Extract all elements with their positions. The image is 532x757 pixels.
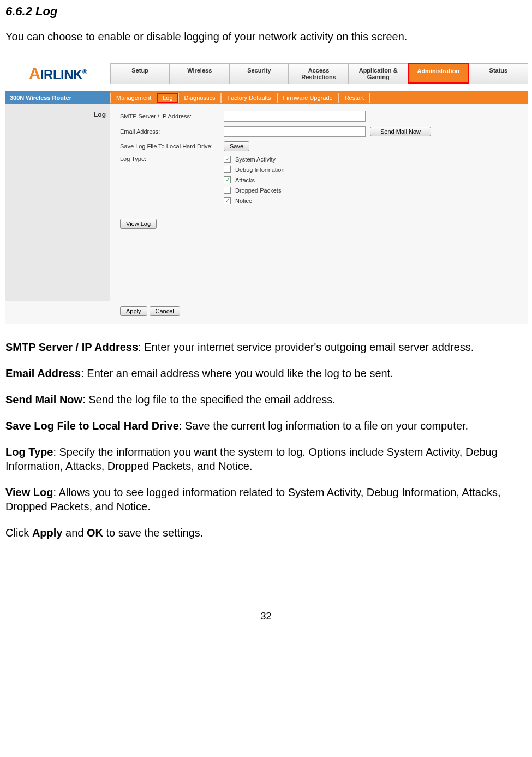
checkbox-attacks[interactable]: ✓ [224, 176, 231, 183]
apply-term: Apply [32, 527, 63, 539]
apply-button[interactable]: Apply [120, 306, 147, 316]
opt-debug-information: Debug Information [224, 166, 285, 173]
form-area: SMTP Server / IP Address: Email Address:… [110, 104, 528, 301]
desc-smtp: SMTP Server / IP Address: Enter your int… [5, 340, 527, 354]
desc-view-log: View Log: Allows you to see logged infor… [5, 485, 527, 514]
subnav-diagnostics[interactable]: Diagnostics [178, 93, 222, 103]
email-label: Email Address: [120, 128, 224, 135]
subnav-log[interactable]: Log [157, 93, 178, 103]
divider [120, 212, 518, 212]
tab-wireless[interactable]: Wireless [170, 63, 229, 84]
desc-apply-ok: Click Apply and OK to save the settings. [5, 526, 527, 540]
text: : Allows you to see logged information r… [5, 486, 500, 512]
tab-setup[interactable]: Setup [110, 63, 170, 84]
sub-nav-items: Management Log Diagnostics Factory Defau… [110, 93, 528, 103]
header-row: AIRLINK® Setup Wireless Security Access … [5, 56, 528, 91]
pre: Click [5, 527, 32, 539]
sub-nav: 300N Wireless Router Management Log Diag… [5, 91, 528, 104]
term: Save Log File to Local Hard Drive [5, 420, 179, 432]
tab-security[interactable]: Security [229, 63, 289, 84]
smtp-input[interactable] [224, 111, 366, 122]
mid: and [62, 527, 86, 539]
checkbox-debug-information[interactable] [224, 166, 231, 173]
tab-status[interactable]: Status [469, 63, 528, 84]
log-type-label: Log Type: [120, 156, 224, 162]
opt-notice: ✓ Notice [224, 197, 285, 204]
cancel-button[interactable]: Cancel [150, 306, 180, 316]
opt-dropped-packets: Dropped Packets [224, 187, 285, 194]
airlink-logo: AIRLINK® [29, 64, 87, 83]
opt-system-activity: ✓ System Activity [224, 156, 285, 163]
term: Log Type [5, 446, 53, 458]
tab-access-restrictions[interactable]: Access Restrictions [289, 63, 348, 84]
text: : Send the log file to the specified the… [82, 394, 336, 406]
desc-log-type: Log Type: Specify the information you wa… [5, 445, 527, 473]
view-log-button[interactable]: View Log [120, 219, 157, 229]
subnav-factory-defaults[interactable]: Factory Defaults [221, 93, 277, 103]
text: : Enter your internet service provider's… [138, 341, 474, 353]
tab-application-gaming[interactable]: Application & Gaming [349, 63, 408, 84]
checkbox-notice[interactable]: ✓ [224, 197, 231, 204]
term: Send Mail Now [5, 394, 82, 406]
opt-attacks: ✓ Attacks [224, 176, 285, 183]
text: : Specify the information you want the s… [5, 446, 498, 472]
action-bar: Apply Cancel [5, 301, 528, 324]
save-button[interactable]: Save [224, 141, 249, 151]
save-local-label: Save Log File To Local Hard Drive: [120, 143, 224, 150]
opt-label: Debug Information [235, 166, 285, 173]
term: Email Address [5, 367, 81, 379]
save-local-row: Save Log File To Local Hard Drive: Save [120, 141, 518, 151]
tab-administration[interactable]: Administration [408, 63, 469, 84]
main-tabs: Setup Wireless Security Access Restricti… [110, 63, 528, 84]
smtp-row: SMTP Server / IP Address: [120, 111, 518, 122]
subnav-restart[interactable]: Restart [339, 93, 370, 103]
checkbox-system-activity[interactable]: ✓ [224, 156, 231, 163]
text: : Save the current log information to a … [179, 420, 468, 432]
ok-term: OK [87, 527, 103, 539]
send-mail-now-button[interactable]: Send Mail Now [370, 127, 431, 136]
device-name: 300N Wireless Router [5, 91, 110, 104]
desc-save-local: Save Log File to Local Hard Drive: Save … [5, 419, 527, 433]
content-area: Log SMTP Server / IP Address: Email Addr… [5, 104, 528, 301]
text: : Enter an email address where you would… [81, 367, 393, 379]
email-row: Email Address: Send Mail Now [120, 126, 518, 137]
subnav-firmware-upgrade[interactable]: Firmware Upgrade [277, 93, 339, 103]
opt-label: Dropped Packets [235, 187, 281, 194]
page-number: 32 [5, 611, 527, 622]
logo-area: AIRLINK® [5, 56, 110, 91]
subnav-management[interactable]: Management [110, 93, 157, 103]
section-heading: 6.6.2 Log [5, 4, 527, 19]
smtp-label: SMTP Server / IP Address: [120, 113, 224, 120]
intro-text: You can choose to enable or disable logg… [5, 31, 527, 43]
log-type-options: ✓ System Activity Debug Information ✓ At… [224, 156, 285, 204]
checkbox-dropped-packets[interactable] [224, 187, 231, 194]
sidebar-label: Log [5, 104, 110, 301]
term: View Log [5, 486, 53, 498]
desc-email: Email Address: Enter an email address wh… [5, 366, 527, 380]
router-screenshot: AIRLINK® Setup Wireless Security Access … [5, 56, 528, 324]
term: SMTP Server / IP Address [5, 341, 138, 353]
email-input[interactable] [224, 126, 366, 137]
opt-label: Attacks [235, 177, 255, 183]
opt-label: Notice [235, 198, 252, 204]
post: to save the settings. [103, 527, 203, 539]
desc-send-now: Send Mail Now: Send the log file to the … [5, 392, 527, 407]
opt-label: System Activity [235, 156, 276, 163]
log-type-row: Log Type: ✓ System Activity Debug Inform… [120, 156, 518, 204]
